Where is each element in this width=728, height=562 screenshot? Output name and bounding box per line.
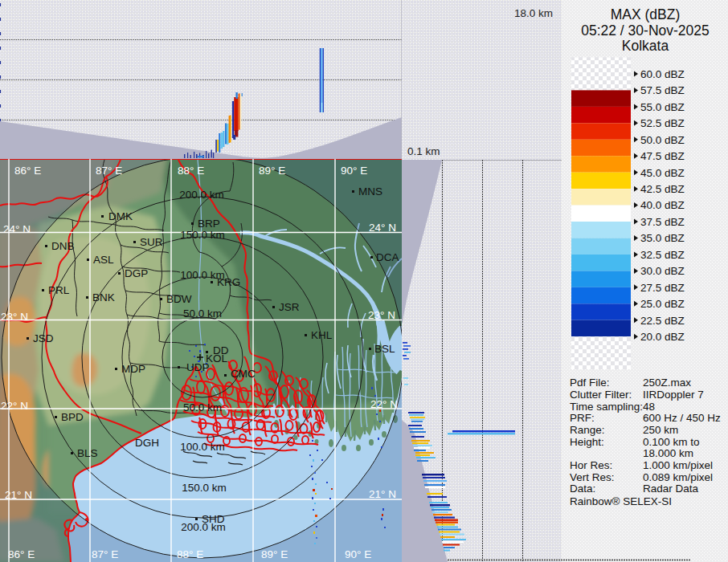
svg-text:Radar Data: Radar Data [643,483,699,495]
svg-text:89° E: 89° E [261,548,288,560]
svg-text:KHL: KHL [311,329,333,341]
svg-text:MDP: MDP [121,363,145,375]
svg-text:600 Hz / 450 Hz: 600 Hz / 450 Hz [643,412,721,424]
svg-text:23° N: 23° N [368,309,395,321]
svg-text:25.0 dBZ: 25.0 dBZ [640,298,685,310]
svg-text:DMK: DMK [108,210,133,222]
svg-text:BNK: BNK [92,291,115,303]
svg-text:DGH: DGH [135,437,159,449]
svg-text:0.089 km/pixel: 0.089 km/pixel [643,471,713,483]
svg-text:21° N: 21° N [5,489,32,501]
svg-text:MNS: MNS [358,185,382,198]
svg-text:DGP: DGP [125,267,148,279]
svg-text:Hor Res:: Hor Res: [570,459,612,471]
svg-text:18.000 km: 18.000 km [643,447,693,459]
svg-text:UDP: UDP [186,361,210,373]
svg-text:50.0 km: 50.0 km [183,307,222,320]
svg-text:88° E: 88° E [177,548,203,560]
svg-text:JSD: JSD [33,332,54,344]
svg-text:40.0 dBZ: 40.0 dBZ [640,199,685,211]
svg-text:37.5 dBZ: 37.5 dBZ [640,216,685,228]
svg-text:60.0 dBZ: 60.0 dBZ [640,68,685,80]
svg-text:57.5 dBZ: 57.5 dBZ [640,84,685,96]
svg-text:50.0 dBZ: 50.0 dBZ [640,134,685,146]
svg-text:86° E: 86° E [8,548,35,560]
svg-text:0.1 km: 0.1 km [407,145,440,157]
svg-text:IIRDoppler 7: IIRDoppler 7 [643,389,704,401]
svg-text:150.0 km: 150.0 km [180,229,225,241]
svg-text:Time sampling:48: Time sampling:48 [570,401,655,413]
svg-text:150.0 km: 150.0 km [182,482,227,494]
svg-text:05:22 / 30-Nov-2025: 05:22 / 30-Nov-2025 [581,22,710,39]
svg-text:90° E: 90° E [345,548,371,560]
svg-text:22° N: 22° N [370,398,398,410]
svg-text:21° N: 21° N [369,488,396,500]
svg-text:30.0 dBZ: 30.0 dBZ [640,265,685,277]
svg-text:200.0 km: 200.0 km [179,189,224,201]
svg-text:DCA: DCA [376,251,399,263]
svg-text:23° N: 23° N [1,311,28,323]
svg-text:32.5 dBZ: 32.5 dBZ [640,249,685,261]
svg-text:Pdf File:: Pdf File: [570,377,610,389]
svg-text:CMC: CMC [231,368,256,380]
svg-text:SUR: SUR [140,236,163,248]
svg-text:45.0 dBZ: 45.0 dBZ [640,167,685,179]
svg-text:Kolkata: Kolkata [622,38,669,54]
svg-text:50.0 km: 50.0 km [183,401,222,413]
svg-text:87° E: 87° E [92,548,118,560]
svg-text:22.5 dBZ: 22.5 dBZ [640,315,685,327]
svg-text:55.0 dBZ: 55.0 dBZ [640,101,685,113]
svg-text:SHD: SHD [202,513,225,525]
svg-text:PRL: PRL [48,284,70,296]
svg-text:250 km: 250 km [643,424,678,436]
svg-text:ASL: ASL [93,254,114,266]
svg-text:35.0 dBZ: 35.0 dBZ [640,232,685,244]
svg-text:20.0 dBZ: 20.0 dBZ [640,331,685,343]
svg-text:Height:: Height: [570,436,604,448]
svg-text:22° N: 22° N [1,400,28,412]
svg-text:100.0 km: 100.0 km [180,441,225,453]
svg-text:BPD: BPD [61,411,84,423]
svg-text:87° E: 87° E [96,165,122,177]
svg-text:24° N: 24° N [3,223,31,235]
svg-text:250Z.max: 250Z.max [643,377,691,389]
svg-text:MAX (dBZ): MAX (dBZ) [611,6,681,22]
svg-text:BSL: BSL [374,343,395,355]
svg-text:89° E: 89° E [259,165,285,177]
svg-text:Clutter Filter:: Clutter Filter: [570,389,632,401]
svg-text:1.000 km/pixel: 1.000 km/pixel [643,459,713,471]
svg-text:88° E: 88° E [178,165,204,177]
svg-text:90° E: 90° E [341,165,367,177]
svg-text:42.5 dBZ: 42.5 dBZ [640,183,685,195]
svg-text:Data:: Data: [570,483,595,495]
svg-text:BRP: BRP [198,218,220,230]
svg-text:DNB: DNB [51,240,75,252]
svg-text:24° N: 24° N [369,222,396,234]
svg-text:18.0 km: 18.0 km [514,7,553,19]
svg-text:0.100 km to: 0.100 km to [643,436,700,448]
svg-text:KRG: KRG [217,276,240,288]
svg-text:27.5 dBZ: 27.5 dBZ [640,282,685,294]
svg-text:Rainbow® SELEX-SI: Rainbow® SELEX-SI [570,495,672,507]
svg-text:Vert Res:: Vert Res: [570,471,615,483]
svg-text:Range:: Range: [570,424,605,436]
svg-text:BDW: BDW [166,293,192,305]
svg-text:BLS: BLS [77,447,98,459]
svg-text:47.5 dBZ: 47.5 dBZ [640,150,685,162]
svg-text:JSR: JSR [279,301,300,313]
svg-text:52.5 dBZ: 52.5 dBZ [640,117,685,129]
svg-text:PRF:: PRF: [570,412,595,424]
svg-text:86° E: 86° E [14,165,41,177]
